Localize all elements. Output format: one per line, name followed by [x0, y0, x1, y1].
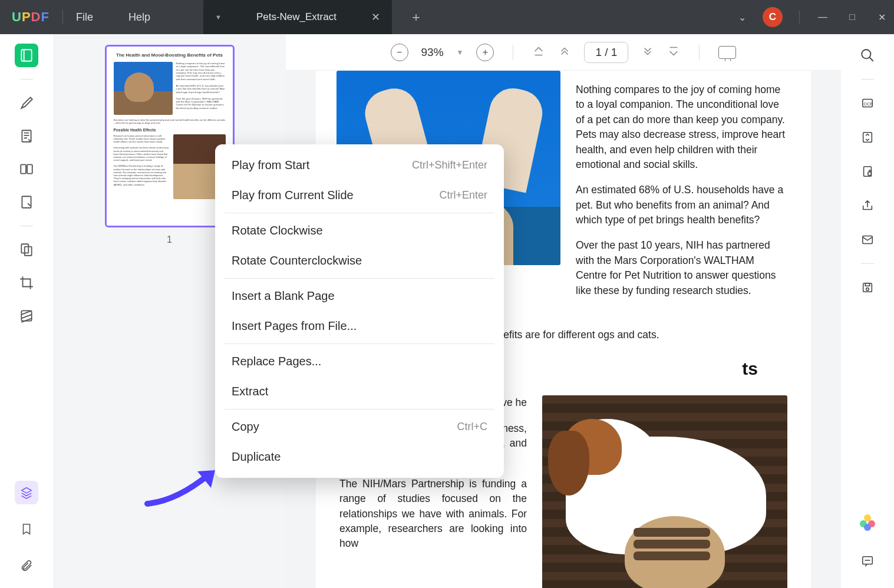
svg-rect-3 [27, 164, 32, 173]
title-bar: UPDF File Help ▼ Pets-New_Extract ✕ ＋ ⌄ … [0, 0, 894, 34]
protect-button[interactable] [857, 161, 878, 182]
tab-close-icon[interactable]: ✕ [371, 11, 380, 24]
menu-copy[interactable]: Copy Ctrl+C [215, 412, 504, 442]
annotation-arrow [141, 465, 224, 512]
thumb-image-cat [114, 62, 173, 115]
save-button[interactable] [857, 277, 878, 298]
context-menu: Play from Start Ctrl+Shift+Enter Play fr… [215, 144, 504, 478]
window-maximize-button[interactable]: □ [846, 12, 859, 22]
page-tool[interactable] [15, 157, 38, 181]
menu-extract[interactable]: Extract [215, 376, 504, 407]
reader-tool[interactable] [15, 44, 38, 67]
menu-rotate-counterclockwise[interactable]: Rotate Counterclockwise [215, 246, 504, 276]
svg-point-17 [866, 288, 869, 290]
next-page-button[interactable] [641, 45, 654, 60]
doc-paragraph-2: An estimated 68% of U.S. households have… [576, 183, 787, 227]
menu-replace-pages[interactable]: Replace Pages... [215, 346, 504, 376]
comment-tool[interactable] [15, 91, 38, 115]
first-page-button[interactable] [532, 45, 545, 60]
svg-rect-2 [21, 164, 26, 173]
menu-play-from-start[interactable]: Play from Start Ctrl+Shift+Enter [215, 150, 504, 180]
svg-text:OCR: OCR [864, 101, 873, 107]
menu-rotate-clockwise[interactable]: Rotate Clockwise [215, 216, 504, 246]
redact-tool[interactable] [15, 304, 38, 328]
page-toolbar: − 93% ▼ + 1 / 1 [286, 34, 841, 71]
email-button[interactable] [857, 229, 878, 250]
bookmark-tool[interactable] [15, 517, 38, 541]
menu-file[interactable]: File [76, 11, 93, 24]
last-page-button[interactable] [667, 45, 680, 60]
left-toolbar [0, 34, 53, 588]
zoom-dropdown-icon[interactable]: ▼ [457, 48, 464, 57]
window-minimize-button[interactable]: ― [816, 12, 829, 22]
app-logo: UPDF [12, 9, 50, 25]
user-avatar[interactable]: C [763, 7, 783, 27]
right-toolbar: OCR [841, 34, 894, 588]
svg-rect-4 [22, 196, 31, 208]
menu-play-from-current[interactable]: Play from Current Slide Ctrl+Enter [215, 180, 504, 210]
layers-tool[interactable] [15, 481, 38, 504]
zoom-in-button[interactable]: + [476, 44, 494, 61]
body-image-dog-cat [542, 395, 787, 588]
tab-dropdown-icon[interactable]: ▼ [215, 14, 222, 21]
form-tool[interactable] [15, 190, 38, 214]
document-tab[interactable]: ▼ Pets-New_Extract ✕ [203, 0, 392, 34]
svg-rect-0 [21, 49, 31, 61]
tabs-overflow-icon[interactable]: ⌄ [738, 12, 746, 23]
menu-help[interactable]: Help [128, 11, 150, 24]
window-close-button[interactable]: ✕ [875, 12, 888, 23]
page-indicator[interactable]: 1 / 1 [584, 42, 628, 63]
zoom-out-button[interactable]: − [391, 44, 408, 61]
menu-insert-blank-page[interactable]: Insert a Blank Page [215, 281, 504, 311]
prev-page-button[interactable] [558, 45, 571, 60]
search-button[interactable] [857, 45, 878, 66]
doc-paragraph-1: Nothing compares to the joy of coming ho… [576, 82, 787, 172]
tab-title: Pets-New_Extract [239, 11, 354, 23]
convert-button[interactable] [857, 127, 878, 148]
doc-body-3: The NIH/Mars Partnership is funding a ra… [339, 477, 527, 551]
svg-rect-16 [865, 283, 869, 286]
menu-duplicate[interactable]: Duplicate [215, 442, 504, 472]
doc-paragraph-3: Over the past 10 years, NIH has partnere… [576, 238, 787, 298]
ai-assistant-button[interactable] [857, 511, 878, 533]
attachment-tool[interactable] [15, 554, 38, 577]
svg-rect-13 [868, 172, 872, 176]
svg-point-8 [862, 49, 870, 58]
chat-button[interactable] [857, 550, 878, 572]
organize-tool[interactable] [15, 238, 38, 262]
new-tab-button[interactable]: ＋ [410, 8, 423, 26]
share-button[interactable] [857, 195, 878, 216]
slideshow-button[interactable] [718, 46, 736, 59]
menu-insert-pages-from-file[interactable]: Insert Pages from File... [215, 311, 504, 341]
zoom-level: 93% [421, 46, 444, 59]
crop-tool[interactable] [15, 271, 38, 295]
ocr-button[interactable]: OCR [857, 93, 878, 114]
edit-tool[interactable] [15, 124, 38, 148]
